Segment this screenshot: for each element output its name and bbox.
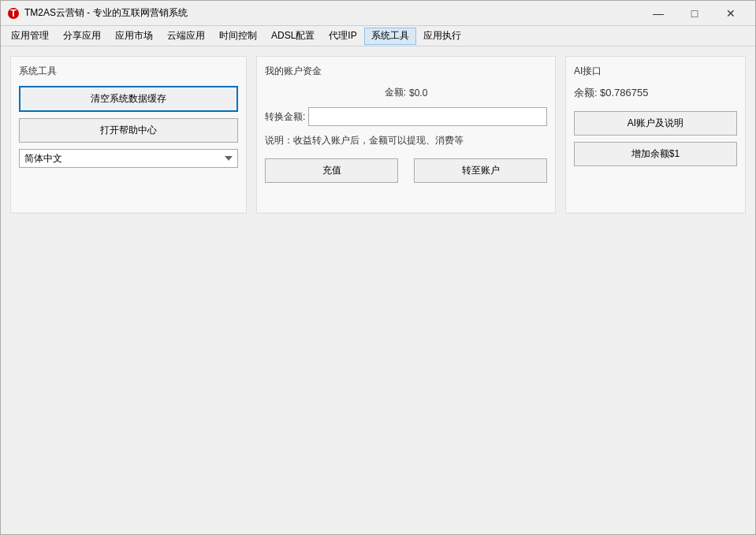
menu-app-execute[interactable]: 应用执行 xyxy=(416,28,468,45)
content-area: 系统工具 清空系统数据缓存 打开帮助中心 简体中文 繁體中文 English 我… xyxy=(1,46,755,534)
account-buttons: 充值 转至账户 xyxy=(265,158,547,183)
window-controls: — □ ✕ xyxy=(640,1,749,26)
ai-balance-label: 余额: xyxy=(574,87,598,98)
menu-bar: 应用管理 分享应用 应用市场 云端应用 时间控制 ADSL配置 代理IP 系统工… xyxy=(1,26,755,46)
menu-system-tools[interactable]: 系统工具 xyxy=(364,28,416,45)
ai-interface-panel: AI接口 余额: $0.786755 AI账户及说明 增加余额$1 xyxy=(565,56,746,214)
amount-row: 金额: $0.0 xyxy=(265,86,547,99)
add-balance-button[interactable]: 增加余额$1 xyxy=(574,142,737,166)
recharge-button[interactable]: 充值 xyxy=(265,158,398,183)
svg-text:T: T xyxy=(10,7,17,19)
title-bar: T TM2AS云营销 - 专业的互联网营销系统 — □ ✕ xyxy=(1,1,755,26)
account-panel: 我的账户资金 金额: $0.0 转换金额: 说明：收益转入账户后，金额可以提现、… xyxy=(256,56,556,214)
transfer-label: 转换金额: xyxy=(265,110,305,124)
transfer-row: 转换金额: xyxy=(265,107,547,126)
app-icon: T xyxy=(7,7,20,20)
amount-value: $0.0 xyxy=(409,87,427,98)
menu-adsl-config[interactable]: ADSL配置 xyxy=(264,28,322,45)
menu-share-app[interactable]: 分享应用 xyxy=(56,28,108,45)
clear-cache-button[interactable]: 清空系统数据缓存 xyxy=(19,86,238,112)
system-tools-panel: 系统工具 清空系统数据缓存 打开帮助中心 简体中文 繁體中文 English xyxy=(10,56,247,214)
close-button[interactable]: ✕ xyxy=(713,1,749,26)
ai-account-button[interactable]: AI账户及说明 xyxy=(574,111,737,136)
menu-cloud-app[interactable]: 云端应用 xyxy=(160,28,212,45)
account-note: 说明：收益转入账户后，金额可以提现、消费等 xyxy=(265,134,547,147)
ai-panel-title: AI接口 xyxy=(574,65,737,78)
account-panel-title: 我的账户资金 xyxy=(265,65,547,78)
menu-proxy-ip[interactable]: 代理IP xyxy=(322,28,363,45)
system-tools-title: 系统工具 xyxy=(19,65,238,78)
language-select[interactable]: 简体中文 繁體中文 English xyxy=(19,149,238,168)
transfer-input[interactable] xyxy=(308,107,547,126)
help-center-button[interactable]: 打开帮助中心 xyxy=(19,118,238,143)
menu-app-manage[interactable]: 应用管理 xyxy=(4,28,56,45)
menu-time-control[interactable]: 时间控制 xyxy=(212,28,264,45)
amount-label: 金额: xyxy=(385,86,406,99)
minimize-button[interactable]: — xyxy=(640,1,676,26)
ai-balance-value: $0.786755 xyxy=(600,87,648,98)
transfer-button[interactable]: 转至账户 xyxy=(414,158,547,183)
ai-balance-row: 余额: $0.786755 xyxy=(574,86,737,100)
window-title: TM2AS云营销 - 专业的互联网营销系统 xyxy=(24,6,640,20)
main-window: T TM2AS云营销 - 专业的互联网营销系统 — □ ✕ 应用管理 分享应用 … xyxy=(0,0,756,535)
menu-app-market[interactable]: 应用市场 xyxy=(108,28,160,45)
maximize-button[interactable]: □ xyxy=(676,1,713,26)
